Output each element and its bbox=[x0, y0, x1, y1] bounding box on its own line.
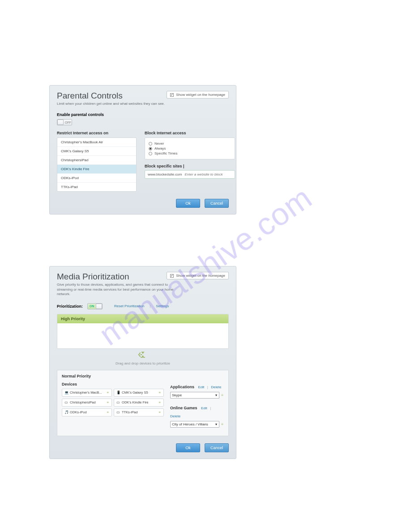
ok-button[interactable]: Ok bbox=[176, 443, 200, 452]
chevron-down-icon: ▼ bbox=[214, 394, 218, 397]
laptop-icon: 💻 bbox=[64, 390, 69, 395]
online-games-label: Online Games bbox=[170, 406, 197, 410]
cancel-button[interactable]: Cancel bbox=[205, 443, 229, 452]
device-item[interactable]: Christopher's MacBook Air bbox=[57, 138, 136, 147]
drag-handle-icon[interactable]: ≡ bbox=[159, 390, 161, 395]
games-delete-link[interactable]: Delete bbox=[170, 414, 180, 418]
device-chip[interactable]: 💻 Christopher's MacB...≡ bbox=[62, 389, 112, 397]
media-subtitle: Give priority to those devices, applicat… bbox=[57, 283, 182, 296]
radio-label: Specific Times bbox=[154, 151, 178, 155]
widget-label: Show widget on the homepage bbox=[176, 93, 225, 97]
device-item[interactable]: CMK's Galaxy S5 bbox=[57, 147, 136, 156]
drag-handle-icon[interactable]: ≡ bbox=[107, 390, 109, 395]
normal-priority-box: Normal Priority Devices 💻 Christopher's … bbox=[57, 370, 229, 436]
drag-handle-icon[interactable]: ≡ bbox=[159, 410, 161, 414]
media-title: Media Prioritization bbox=[57, 272, 129, 282]
device-list: Christopher's MacBook Air CMK's Galaxy S… bbox=[57, 137, 137, 192]
settings-link[interactable]: Settings bbox=[156, 304, 169, 308]
high-priority-box: High Priority bbox=[57, 314, 229, 349]
radio-always[interactable]: Always bbox=[149, 146, 231, 150]
high-priority-header: High Priority bbox=[57, 314, 228, 323]
blocked-site-chip[interactable]: www.blockedsite.com bbox=[148, 172, 182, 176]
separator: | bbox=[150, 304, 150, 308]
block-radio-group: Never Always Specific Times bbox=[145, 137, 235, 159]
device-chip[interactable]: ▭ ODK's Kindle Fire≡ bbox=[114, 399, 164, 407]
prioritization-toggle[interactable]: ON bbox=[87, 303, 103, 309]
radio-label: Never bbox=[154, 142, 164, 146]
block-sites-label: Block specific sites | bbox=[145, 164, 235, 168]
widget-label: Show widget on the homepage bbox=[176, 274, 225, 278]
radio-label: Always bbox=[154, 146, 166, 150]
separator: | bbox=[207, 385, 208, 389]
reset-prioritization-link[interactable]: Reset Prioritization bbox=[114, 304, 144, 308]
block-site-input[interactable] bbox=[184, 172, 232, 176]
block-sites-box: www.blockedsite.com bbox=[145, 170, 235, 179]
device-item[interactable]: ChristophersiPad bbox=[57, 156, 136, 165]
device-chip[interactable]: 📱 CMK's Galaxy S5≡ bbox=[114, 389, 164, 397]
normal-priority-label: Normal Priority bbox=[62, 374, 224, 378]
games-select[interactable]: City of Heroes / Villans▼ bbox=[170, 421, 219, 428]
media-prioritization-panel: Media Prioritization ✓ Show widget on th… bbox=[49, 266, 236, 459]
show-widget-parental[interactable]: ✓ Show widget on the homepage bbox=[167, 91, 229, 99]
drag-handle-icon[interactable]: ≡ bbox=[221, 422, 224, 426]
apps-edit-link[interactable]: Edit bbox=[198, 385, 204, 389]
tablet-icon: ▭ bbox=[116, 410, 121, 415]
arrows-icon bbox=[57, 352, 229, 360]
tablet-icon: ▭ bbox=[116, 400, 121, 405]
enable-parental-label: Enable parental controls bbox=[57, 112, 229, 117]
parental-title: Parental Controls bbox=[57, 91, 123, 101]
checkbox-icon: ✓ bbox=[170, 93, 174, 97]
apps-delete-link[interactable]: Delete bbox=[211, 385, 221, 389]
drag-handle-icon[interactable]: ≡ bbox=[221, 393, 224, 397]
applications-label: Applications bbox=[170, 385, 194, 389]
device-chip[interactable]: ▭ TTKs-iPad≡ bbox=[114, 408, 164, 416]
ipod-icon: 🎵 bbox=[64, 410, 69, 415]
device-item[interactable]: ODKs-iPod bbox=[57, 174, 136, 183]
drag-handle-icon[interactable]: ≡ bbox=[107, 400, 109, 404]
applications-select[interactable]: Skype▼ bbox=[170, 392, 219, 399]
radio-never[interactable]: Never bbox=[149, 142, 231, 146]
parental-controls-panel: Parental Controls ✓ Show widget on the h… bbox=[49, 85, 236, 215]
drag-handle-icon[interactable]: ≡ bbox=[159, 400, 161, 404]
high-priority-dropzone[interactable] bbox=[57, 323, 228, 348]
toggle-on-label: ON bbox=[90, 305, 94, 308]
device-item[interactable]: TTKs-iPad bbox=[57, 183, 136, 191]
ok-button[interactable]: Ok bbox=[176, 199, 200, 208]
tablet-icon: ▭ bbox=[64, 400, 69, 405]
checkbox-icon: ✓ bbox=[170, 274, 174, 278]
drag-hint: Drag and drop devices to prioritize bbox=[57, 361, 229, 365]
prioritization-label: Prioritization: bbox=[57, 304, 83, 309]
device-chip[interactable]: 🎵 ODKs-iPod≡ bbox=[62, 408, 112, 416]
radio-specific[interactable]: Specific Times bbox=[149, 151, 231, 155]
show-widget-media[interactable]: ✓ Show widget on the homepage bbox=[167, 272, 229, 279]
block-access-label: Block Internet access bbox=[145, 131, 235, 135]
drag-handle-icon[interactable]: ≡ bbox=[107, 410, 109, 414]
restrict-label: Restrict Internet access on bbox=[57, 131, 137, 135]
devices-section-label: Devices bbox=[62, 382, 164, 386]
parental-subtitle: Limit when your children get online and … bbox=[57, 102, 182, 106]
separator: | bbox=[210, 406, 211, 410]
games-edit-link[interactable]: Edit bbox=[201, 406, 207, 410]
enable-parental-toggle[interactable]: OFF bbox=[57, 119, 72, 125]
phone-icon: 📱 bbox=[116, 390, 121, 395]
device-chip[interactable]: ▭ ChristophersiPad≡ bbox=[62, 399, 112, 407]
device-item-selected[interactable]: ODK's Kindle Fire bbox=[57, 165, 136, 174]
chevron-down-icon: ▼ bbox=[214, 423, 218, 426]
toggle-off-label: OFF bbox=[65, 121, 71, 124]
cancel-button[interactable]: Cancel bbox=[205, 199, 229, 208]
